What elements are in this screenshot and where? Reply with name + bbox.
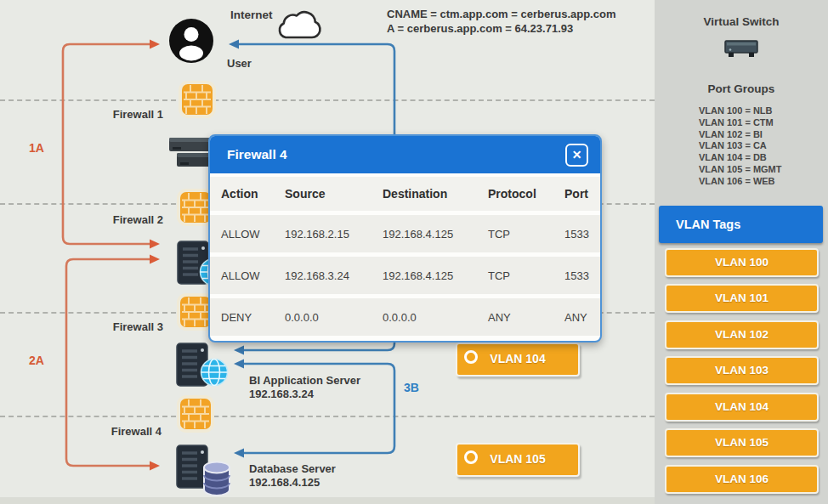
- cell-source: 192.168.3.24: [274, 269, 371, 282]
- rules-table-row: ALLOW 192.168.2.15 192.168.4.125 TCP 153…: [210, 215, 600, 252]
- cell-action: ALLOW: [210, 228, 274, 241]
- port-group-item: VLAN 106 = WEB: [699, 176, 782, 188]
- bi-server-ip: 192.168.3.24: [249, 388, 314, 400]
- cell-destination: 192.168.4.125: [371, 228, 477, 241]
- vlan-103-button[interactable]: VLAN 103: [665, 356, 819, 385]
- vlan-104-tag-label: VLAN 104: [490, 352, 545, 365]
- db-server-name: Database Server: [249, 462, 336, 475]
- dialog-title: Firewall 4: [227, 147, 287, 162]
- path-label-3b: 3B: [404, 381, 419, 394]
- vlan-105-tag: VLAN 105: [456, 443, 580, 477]
- rules-table-header: Action Source Destination Protocol Port: [210, 177, 600, 211]
- db-server-ip: 192.168.4.125: [249, 476, 320, 489]
- port-group-item: VLAN 100 = NLB: [699, 105, 782, 117]
- column-header-source: Source: [274, 187, 371, 201]
- cell-destination: 192.168.4.125: [371, 269, 477, 282]
- cell-protocol: ANY: [477, 311, 553, 324]
- dns-cname-line: CNAME = ctm.app.com = cerberus.app.com: [387, 7, 615, 21]
- cell-source: 192.168.2.15: [274, 228, 371, 241]
- port-groups-title: Port Groups: [655, 82, 828, 95]
- vlan-105-button[interactable]: VLAN 105: [665, 428, 819, 457]
- user-label: User: [227, 57, 252, 70]
- port-group-item: VLAN 102 = BI: [699, 129, 782, 141]
- vlan-106-button[interactable]: VLAN 106: [665, 465, 819, 494]
- port-group-item: VLAN 104 = DB: [699, 152, 782, 164]
- port-group-item: VLAN 103 = CA: [699, 140, 782, 152]
- cell-source: 0.0.0.0: [274, 311, 371, 324]
- internet-label: Internet: [230, 8, 273, 21]
- firewall-3-label: Firewall 3: [95, 320, 163, 333]
- firewall-2-label: Firewall 2: [95, 213, 163, 226]
- firewall-1-label: Firewall 1: [95, 108, 163, 121]
- cell-protocol: TCP: [477, 269, 553, 282]
- vlan-tags-header: VLAN Tags: [659, 206, 823, 243]
- tag-grommet-icon: [464, 450, 478, 464]
- firewall-rules-dialog: Firewall 4 ✕ Action Source Destination P…: [208, 134, 602, 343]
- cell-port: 1533: [553, 269, 600, 282]
- vlan-102-button[interactable]: VLAN 102: [665, 320, 819, 349]
- vlan-104-button[interactable]: VLAN 104: [665, 393, 819, 422]
- column-header-protocol: Protocol: [477, 187, 553, 201]
- virtual-switch-icon: [724, 36, 758, 59]
- column-header-destination: Destination: [371, 187, 477, 201]
- bi-server-name: BI Application Server: [249, 374, 360, 387]
- cell-action: DENY: [210, 311, 274, 324]
- column-header-action: Action: [210, 187, 274, 201]
- vlan-100-button[interactable]: VLAN 100: [665, 248, 819, 277]
- firewall-4-label: Firewall 4: [94, 425, 162, 438]
- virtual-switch-panel: Virtual Switch Port Groups VLAN 100 = NL…: [655, 0, 828, 504]
- path-label-2a: 2A: [29, 354, 44, 367]
- port-group-item: VLAN 105 = MGMT: [699, 164, 782, 176]
- rules-table-row: ALLOW 192.168.3.24 192.168.4.125 TCP 153…: [210, 257, 600, 294]
- network-diagram-screen: 1A 2A 3B Internet User CNAME = ctm.app.c…: [0, 0, 828, 504]
- vlan-105-tag-label: VLAN 105: [490, 452, 545, 466]
- cell-port: 1533: [553, 228, 600, 241]
- dns-records-note: CNAME = ctm.app.com = cerberus.app.com A…: [387, 7, 615, 36]
- cell-action: ALLOW: [210, 269, 274, 282]
- cell-destination: 0.0.0.0: [371, 311, 477, 324]
- virtual-switch-title: Virtual Switch: [655, 15, 828, 28]
- path-label-1a: 1A: [29, 141, 44, 155]
- port-group-item: VLAN 101 = CTM: [699, 117, 782, 129]
- close-button[interactable]: ✕: [565, 144, 588, 167]
- vlan-101-button[interactable]: VLAN 101: [665, 284, 819, 313]
- tag-grommet-icon: [464, 350, 478, 364]
- cell-port: ANY: [553, 311, 600, 324]
- column-header-port: Port: [553, 187, 600, 201]
- dns-a-record-line: A = cerberus.app.com = 64.23.71.93: [387, 21, 615, 36]
- port-groups-list: VLAN 100 = NLB VLAN 101 = CTM VLAN 102 =…: [699, 105, 782, 188]
- cell-protocol: TCP: [477, 228, 553, 241]
- vlan-104-tag: VLAN 104: [456, 343, 580, 377]
- rules-table-row: DENY 0.0.0.0 0.0.0.0 ANY ANY: [210, 298, 600, 336]
- dialog-titlebar: Firewall 4 ✕: [210, 136, 600, 173]
